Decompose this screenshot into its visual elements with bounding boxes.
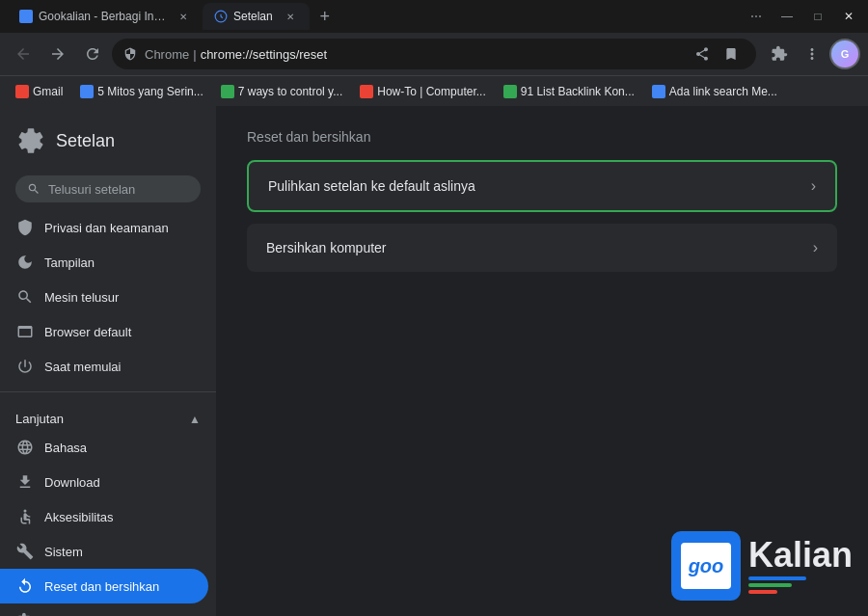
sidebar-item-ekstensi[interactable]: Ekstensi ↗	[0, 603, 216, 616]
toolbar-right: G	[764, 39, 860, 69]
watermark-logo-bg: goo	[671, 531, 741, 601]
gmail-favicon	[15, 85, 29, 98]
forward-button[interactable]	[42, 39, 73, 69]
mitos-favicon	[80, 85, 94, 98]
bookmark-91list[interactable]: 91 List Backlink Kon...	[496, 80, 642, 103]
svg-point-2	[24, 510, 27, 513]
7ways-favicon	[221, 85, 234, 98]
url-separator: |	[193, 47, 196, 62]
settings-search-bar[interactable]	[15, 175, 201, 202]
maximize-button[interactable]: □	[806, 5, 829, 28]
bookmark-91list-label: 91 List Backlink Kon...	[521, 85, 635, 98]
url-path: chrome://settings/reset	[201, 47, 328, 62]
minimize-button[interactable]: —	[775, 5, 799, 28]
watermark-line-1	[748, 576, 806, 580]
back-button[interactable]	[8, 39, 39, 69]
settings-logo-icon	[15, 125, 46, 156]
bersihkan-row[interactable]: Bersihkan komputer ›	[247, 224, 837, 272]
bookmark-howto[interactable]: How-To | Computer...	[352, 80, 494, 103]
watermark-line-3	[748, 590, 777, 594]
sidebar-section-lanjutan[interactable]: Lanjutan ▲	[0, 400, 216, 430]
howto-favicon	[360, 85, 373, 98]
tab-close-gookalian[interactable]: ✕	[177, 9, 189, 24]
sidebar-item-aksesibilitas-label: Aksesibilitas	[44, 510, 114, 524]
watermark-brand-text: Kalian	[748, 538, 853, 573]
sidebar-header: Setelan	[0, 114, 216, 168]
watermark-logo-inner: goo	[681, 543, 731, 589]
bersihkan-arrow-icon: ›	[813, 239, 818, 256]
watermark-text-area: Kalian	[748, 538, 853, 594]
sidebar-item-tampilan[interactable]: Tampilan	[0, 245, 216, 280]
settings-sidebar: Setelan Privasi dan keamanan Tampilan Me…	[0, 106, 216, 616]
sidebar-title: Setelan	[56, 131, 115, 151]
tab-gookalian[interactable]: Gookalian - Berbagi Informasi &... ✕	[8, 3, 201, 30]
pulihkan-row[interactable]: Pulihkan setelan ke default aslinya ›	[249, 162, 835, 210]
sistem-icon	[15, 542, 35, 561]
91list-favicon	[503, 85, 517, 98]
sidebar-divider	[0, 391, 216, 392]
bookmark-howto-label: How-To | Computer...	[377, 85, 486, 98]
pulihkan-arrow-icon: ›	[811, 177, 816, 195]
ekstensi-icon	[15, 611, 35, 616]
pulihkan-label: Pulihkan setelan ke default aslinya	[268, 178, 475, 194]
profile-button[interactable]: G	[829, 39, 860, 69]
bookmark-7ways[interactable]: 7 ways to control y...	[213, 80, 351, 103]
sidebar-item-sistem-label: Sistem	[44, 545, 83, 559]
sidebar-item-mesin[interactable]: Mesin telusur	[0, 280, 216, 314]
browser-toolbar: Chrome | chrome://settings/reset G	[0, 33, 868, 75]
tab-list: Gookalian - Berbagi Informasi &... ✕ Set…	[8, 3, 745, 30]
bahasa-icon	[15, 438, 35, 457]
privasi-icon	[15, 218, 35, 237]
bookmarks-bar: Gmail 5 Mitos yang Serin... 7 ways to co…	[0, 75, 868, 106]
new-tab-button[interactable]: +	[312, 3, 339, 30]
bersihkan-card: Bersihkan komputer ›	[247, 224, 837, 272]
window-controls: ⋯ — □ ✕	[745, 5, 860, 28]
sidebar-item-reset[interactable]: Reset dan bersihkan	[0, 569, 208, 603]
watermark: goo Kalian	[671, 531, 853, 601]
sidebar-item-mesin-label: Mesin telusur	[44, 290, 119, 305]
sidebar-item-reset-label: Reset dan bersihkan	[44, 579, 159, 594]
window-menu-icon[interactable]: ⋯	[745, 5, 768, 28]
sidebar-item-browser-label: Browser default	[44, 325, 131, 339]
search-input[interactable]	[48, 182, 189, 197]
reset-icon	[15, 576, 35, 596]
bersihkan-label: Bersihkan komputer	[266, 240, 387, 255]
sidebar-item-privasi[interactable]: Privasi dan keamanan	[0, 210, 216, 245]
tab-setelan-title: Setelan	[233, 10, 273, 23]
extensions-button[interactable]	[764, 39, 795, 69]
reset-card: Pulihkan setelan ke default aslinya ›	[247, 160, 837, 212]
sidebar-item-saat[interactable]: Saat memulai	[0, 349, 216, 384]
sidebar-item-browser[interactable]: Browser default	[0, 314, 216, 349]
search-icon	[27, 181, 41, 197]
tab-close-setelan[interactable]: ✕	[283, 9, 298, 24]
bookmark-mitos[interactable]: 5 Mitos yang Serin...	[72, 80, 210, 103]
sidebar-item-aksesibilitas[interactable]: Aksesibilitas	[0, 499, 216, 534]
bookmark-button[interactable]	[718, 40, 745, 67]
tampilan-icon	[15, 253, 35, 272]
avatar: G	[831, 40, 858, 67]
secure-icon	[123, 47, 137, 61]
section-title: Reset dan bersihkan	[247, 129, 837, 145]
reload-button[interactable]	[77, 39, 108, 69]
bookmark-ada[interactable]: Ada link search Me...	[644, 80, 785, 103]
url-display: Chrome | chrome://settings/reset	[145, 47, 681, 62]
tab-gookalian-title: Gookalian - Berbagi Informasi &...	[39, 10, 168, 23]
watermark-lines	[748, 576, 853, 594]
close-button[interactable]: ✕	[837, 5, 860, 28]
sidebar-section-label: Lanjutan	[15, 412, 64, 426]
saat-icon	[15, 357, 35, 376]
share-button[interactable]	[689, 40, 716, 67]
sidebar-item-download[interactable]: Download	[0, 465, 216, 499]
browser-icon	[15, 322, 35, 341]
omnibox-actions	[689, 40, 745, 67]
bookmark-7ways-label: 7 ways to control y...	[238, 85, 343, 98]
sidebar-section-arrow: ▲	[189, 413, 201, 426]
sidebar-item-sistem[interactable]: Sistem	[0, 534, 216, 569]
sidebar-item-bahasa[interactable]: Bahasa	[0, 430, 216, 465]
chrome-menu-button[interactable]	[797, 39, 827, 69]
download-icon	[15, 472, 35, 492]
sidebar-item-saat-label: Saat memulai	[44, 360, 121, 374]
tab-setelan[interactable]: Setelan ✕	[203, 3, 310, 30]
address-bar[interactable]: Chrome | chrome://settings/reset	[112, 39, 756, 69]
bookmark-gmail[interactable]: Gmail	[8, 80, 70, 103]
